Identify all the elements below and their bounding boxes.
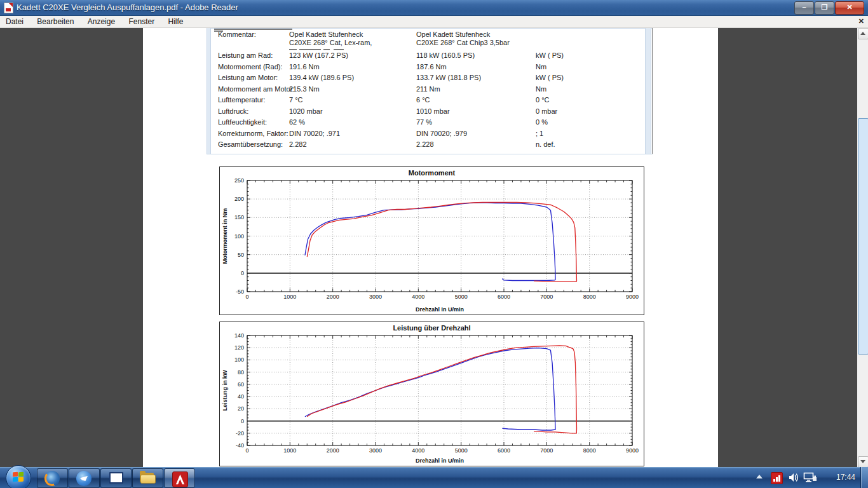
table-cell: 118 kW (160.5 PS): [416, 51, 475, 60]
adobe-reader-icon: [172, 471, 188, 487]
svg-text:50: 50: [238, 252, 244, 258]
svg-text:100: 100: [234, 233, 244, 240]
taskbar-app-window-button[interactable]: [100, 468, 132, 488]
menu-bar: Datei Bearbeiten Anzeige Fenster Hilfe ✕: [0, 16, 868, 28]
vertical-scrollbar[interactable]: [857, 28, 868, 467]
window-title: Kadett C20XE Vergleich Auspuffanlagen.pd…: [17, 3, 238, 12]
svg-text:60: 60: [238, 381, 244, 388]
svg-text:0: 0: [245, 294, 248, 300]
svg-text:Motormoment in Nm: Motormoment in Nm: [222, 208, 228, 264]
svg-text:200: 200: [234, 196, 244, 202]
taskbar-adobe-reader-button[interactable]: [164, 468, 195, 488]
restore-button[interactable]: ❐: [815, 1, 834, 15]
pdf-page: Kommentar:Opel Kadett Stufenheck C20XE 2…: [143, 28, 718, 467]
table-cell: 211 Nm: [416, 85, 440, 93]
svg-text:140: 140: [234, 332, 244, 339]
table-cell: kW ( PS): [536, 74, 564, 82]
torque-chart: Motormoment-5005010015020025001000200030…: [219, 166, 644, 315]
table-cell: 187.6 Nm: [416, 63, 447, 71]
scroll-up-button[interactable]: [858, 28, 868, 39]
table-cell: Motormoment am Motor:: [218, 85, 294, 93]
start-button[interactable]: [6, 465, 31, 488]
svg-text:Leistung in kW: Leistung in kW: [222, 370, 228, 411]
table-cell: 191.6 Nm: [289, 63, 320, 71]
svg-text:0: 0: [245, 447, 248, 454]
menu-datei[interactable]: Datei: [0, 16, 29, 27]
svg-text:4000: 4000: [412, 447, 424, 454]
scrollbar-thumb[interactable]: [858, 118, 868, 355]
taskbar-firefox-button[interactable]: [37, 468, 68, 488]
svg-text:9000: 9000: [626, 447, 639, 454]
show-desktop-button[interactable]: [860, 467, 868, 488]
table-cell: 123 kW (167.2 PS): [289, 51, 348, 60]
menubar-close-icon[interactable]: ✕: [858, 17, 864, 25]
svg-text:5000: 5000: [455, 447, 468, 454]
menu-hilfe[interactable]: Hilfe: [163, 16, 189, 27]
svg-text:40: 40: [238, 393, 244, 400]
table-cell: 6 °C: [416, 96, 430, 104]
taskbar-thunderbird-button[interactable]: [69, 468, 100, 488]
table-cell: 2.228: [416, 140, 434, 149]
menu-bearbeiten[interactable]: Bearbeiten: [31, 16, 79, 27]
table-cell: 0 °C: [536, 96, 550, 104]
table-cell: 0 %: [536, 118, 548, 126]
svg-text:0: 0: [241, 270, 244, 276]
svg-text:2000: 2000: [327, 447, 339, 454]
table-cell: 133.7 kW (181.8 PS): [416, 74, 481, 82]
table-cell: Motormoment (Rad):: [218, 63, 282, 71]
app-window-icon: [109, 472, 123, 484]
table-cell: Lufttemperatur:: [218, 96, 266, 104]
network-icon[interactable]: [803, 472, 817, 483]
alert-tray-icon[interactable]: [771, 472, 783, 484]
table-cell: 1010 mbar: [416, 107, 450, 116]
table-cell: Nm: [536, 63, 546, 71]
table-cell: Luftfeuchtigkeit:: [218, 118, 267, 126]
table-cell: 7 °C: [289, 96, 303, 104]
svg-text:Drehzahl in U/min: Drehzahl in U/min: [416, 306, 464, 313]
taskbar: 17:44: [0, 467, 868, 488]
svg-text:8000: 8000: [583, 447, 596, 454]
svg-text:120: 120: [234, 344, 244, 351]
taskbar-explorer-button[interactable]: [132, 468, 163, 488]
table-cell: 62 %: [289, 118, 305, 126]
taskbar-clock[interactable]: 17:44: [836, 473, 855, 482]
title-bar: Kadett C20XE Vergleich Auspuffanlagen.pd…: [0, 0, 868, 16]
table-cell: Gesamtübersetzung:: [218, 140, 283, 149]
svg-text:2000: 2000: [327, 294, 339, 300]
minimize-button[interactable]: –: [794, 1, 814, 15]
svg-text:3000: 3000: [369, 447, 382, 454]
svg-text:Drehzahl in U/min: Drehzahl in U/min: [416, 458, 464, 464]
volume-icon[interactable]: [788, 472, 799, 483]
table-cell: 139.4 kW (189.6 PS): [289, 74, 354, 82]
svg-text:9000: 9000: [626, 294, 639, 300]
window-controls: – ❐ ✕: [794, 1, 864, 13]
close-button[interactable]: ✕: [835, 1, 864, 15]
svg-text:8000: 8000: [583, 294, 596, 300]
table-cell: 0 mbar: [536, 107, 557, 116]
menu-anzeige[interactable]: Anzeige: [82, 16, 121, 27]
svg-text:-20: -20: [236, 430, 244, 437]
svg-text:0: 0: [241, 418, 244, 424]
firefox-icon: [44, 471, 60, 486]
svg-text:150: 150: [234, 214, 244, 220]
table-border-right-line: [652, 28, 653, 154]
menu-fenster[interactable]: Fenster: [123, 16, 160, 27]
show-hidden-icons-arrow[interactable]: [756, 475, 763, 478]
table-cell: Leistung am Motor:: [218, 74, 278, 82]
svg-text:1000: 1000: [283, 447, 296, 454]
folder-icon: [140, 473, 155, 483]
svg-text:1000: 1000: [283, 294, 296, 300]
table-cell: Korrekturnorm, Faktor:: [218, 130, 288, 138]
table-cell: kW ( PS): [536, 51, 564, 60]
table-cell: Nm: [536, 85, 546, 93]
svg-text:3000: 3000: [369, 294, 382, 300]
svg-text:4000: 4000: [412, 294, 424, 300]
svg-text:6000: 6000: [498, 294, 510, 300]
svg-text:-50: -50: [236, 288, 244, 295]
table-cell: Opel Kadett Stufenheck C20XE 268° Cat Ch…: [416, 30, 510, 47]
spec-table: Kommentar:Opel Kadett Stufenheck C20XE 2…: [143, 28, 651, 155]
svg-text:80: 80: [238, 369, 244, 376]
table-cell: Kommentar:: [218, 30, 256, 39]
table-cell: DIN 70020; .979: [416, 130, 467, 138]
scroll-down-button[interactable]: [858, 456, 868, 468]
